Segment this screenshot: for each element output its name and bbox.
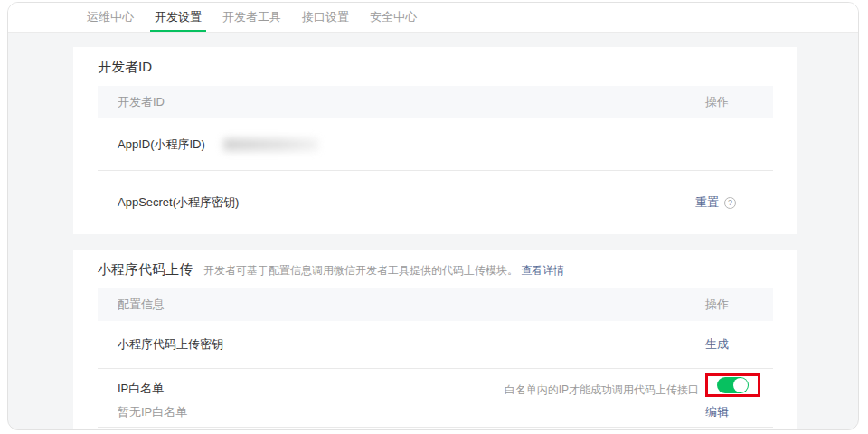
settings-content: 开发者ID 开发者ID 操作 AppID(小程序ID) AppSecret(小程… [8,33,858,430]
appid-row: AppID(小程序ID) [73,118,797,170]
appsecret-label: AppSecret(小程序密钥) [118,194,239,211]
developer-id-title: 开发者ID [98,59,152,76]
config-table-header: 配置信息 操作 [98,288,773,321]
code-upload-title: 小程序代码上传 [98,261,193,278]
appid-value-redacted [223,138,318,151]
column-config-info: 配置信息 [118,297,165,313]
tab-api-settings[interactable]: 接口设置 [297,3,354,32]
column-operation: 操作 [705,94,729,110]
code-upload-description-text: 开发者可基于配置信息调用微信开发者工具提供的代码上传模块。 [203,264,518,277]
appid-label: AppID(小程序ID) [118,137,205,153]
upload-key-row: 小程序代码上传密钥 生成 [73,321,797,368]
view-details-link[interactable]: 查看详情 [521,264,564,277]
ip-whitelist-row: IP白名单 暂无IP白名单 白名单内的IP才能成功调用代码上传接口 编辑 [73,369,797,427]
tab-security-center[interactable]: 安全中心 [365,3,421,32]
annotation-highlight-box [705,373,760,397]
code-upload-card: 小程序代码上传 开发者可基于配置信息调用微信开发者工具提供的代码上传模块。 查看… [73,250,797,430]
tab-operations-center[interactable]: 运维中心 [82,3,138,32]
developer-id-card: 开发者ID 开发者ID 操作 AppID(小程序ID) AppSecret(小程… [73,47,797,234]
upload-key-label: 小程序代码上传密钥 [118,336,223,353]
tab-developer-tools[interactable]: 开发者工具 [218,3,286,32]
console-window: 运维中心 开发设置 开发者工具 接口设置 安全中心 开发者ID 开发者ID 操作… [7,2,859,430]
ip-whitelist-label: IP白名单 [118,381,164,397]
toggle-knob-icon [733,378,748,392]
ip-whitelist-toggle[interactable] [717,377,749,393]
code-upload-description: 开发者可基于配置信息调用微信开发者工具提供的代码上传模块。 查看详情 [203,263,564,278]
help-icon[interactable]: ? [724,197,736,209]
ip-whitelist-empty-text: 暂无IP白名单 [118,404,187,420]
generate-key-link[interactable]: 生成 [705,336,729,353]
settings-tabbar: 运维中心 开发设置 开发者工具 接口设置 安全中心 [8,3,858,33]
card-tail-spacer [73,428,797,430]
ip-whitelist-hint: 白名单内的IP才能成功调用代码上传接口 [505,382,699,398]
appsecret-row: AppSecret(小程序密钥) 重置 ? [73,171,797,234]
developer-id-table-header: 开发者ID 操作 [98,86,773,118]
reset-appsecret-link[interactable]: 重置 [695,194,719,211]
tab-development-settings[interactable]: 开发设置 [150,3,206,32]
column-operation: 操作 [705,297,729,313]
edit-ip-whitelist-link[interactable]: 编辑 [705,404,729,420]
column-developer-id: 开发者ID [118,94,165,110]
